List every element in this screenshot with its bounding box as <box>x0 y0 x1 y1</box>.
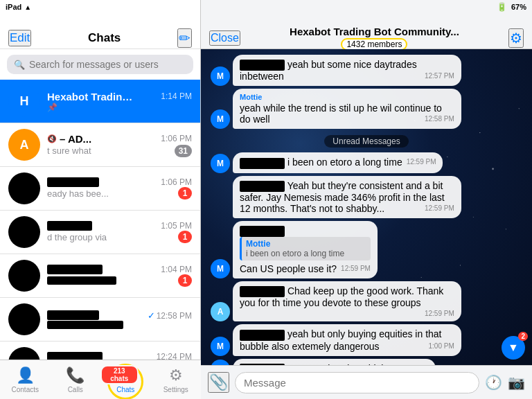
avatar <box>8 216 40 248</box>
edit-button[interactable]: Edit <box>8 30 31 46</box>
avatar: M <box>211 259 230 278</box>
redacted-block <box>240 286 285 297</box>
pin-icon: 📌 <box>47 103 57 112</box>
attach-button[interactable]: 📎 <box>208 372 229 393</box>
calls-icon: 📞 <box>66 366 85 384</box>
search-input[interactable] <box>29 59 186 70</box>
input-right-icons: 🕐 📷 <box>485 374 525 391</box>
chat-item[interactable]: 1:04 PM 1 <box>0 254 200 298</box>
avatar: M <box>211 66 230 86</box>
tab-label: Contacts <box>12 386 39 393</box>
message-row: A Chad keep up the good work. Thank you … <box>208 281 525 321</box>
compose-button[interactable]: ✏ <box>177 28 192 48</box>
avatar-spacer <box>211 199 230 218</box>
badge: 31 <box>175 145 192 157</box>
chat-info: 1:06 PM eady has bee... 1 <box>47 177 192 200</box>
mute-icon: 🔇 <box>47 134 57 143</box>
message-time: 12:59 PM <box>425 310 454 317</box>
message-time: 12:58 PM <box>425 115 454 123</box>
message-input[interactable] <box>235 372 479 393</box>
chat-header-center: Hexabot Trading Bot Community... 1432 me… <box>240 26 508 51</box>
badge: 1 <box>178 274 192 287</box>
chat-item[interactable]: H Hexabot Trading Bot Com... 1:14 PM 📌 <box>0 80 200 123</box>
redacted-block <box>240 330 285 341</box>
tab-contacts[interactable]: 👤 Contacts <box>0 366 51 393</box>
messages-area[interactable]: M yeah but some nice daytrades inbetween… <box>201 49 532 365</box>
message-row: M yeah but only buying equities in that … <box>208 324 525 355</box>
carrier-label: iPad <box>6 3 21 11</box>
avatar <box>8 172 40 204</box>
redacted-block <box>240 158 285 169</box>
chat-info: 🔇 – AD... 1:06 PM t sure what 31 <box>47 133 192 157</box>
chat-time: 1:06 PM <box>161 177 192 187</box>
battery-label: 67% <box>511 3 526 11</box>
close-button[interactable]: Close <box>209 30 240 46</box>
chat-item[interactable]: ✓12:58 PM <box>0 298 200 342</box>
chat-name-redacted <box>47 177 99 187</box>
chat-info: 1:05 PM d the group via 1 <box>47 221 192 243</box>
redacted-block <box>240 60 285 71</box>
left-panel: iPad ▲ Edit Chats ✏ 🔍 H Hexabot Trading … <box>0 0 201 399</box>
avatar: A <box>8 129 40 161</box>
chevron-down-icon: ▼ <box>508 342 519 354</box>
message-row: M not sure, but dont think so 1:00 PM <box>208 359 525 365</box>
chat-item[interactable]: 1:05 PM d the group via 1 <box>0 211 200 254</box>
chat-info: Hexabot Trading Bot Com... 1:14 PM 📌 <box>47 91 192 112</box>
message-bubble: Mottie i been on etoro a long time Can U… <box>233 221 378 278</box>
clock-icon[interactable]: 🕐 <box>485 374 502 391</box>
message-row: M i been on etoro a long time 12:59 PM <box>208 152 525 172</box>
tab-badge: 213 chats <box>100 365 139 384</box>
camera-icon[interactable]: 📷 <box>508 374 525 391</box>
message-input-bar: 📎 🕐 📷 <box>201 365 532 399</box>
avatar: M <box>211 154 230 173</box>
message-reply: Mottie i been on etoro a long time <box>240 237 371 260</box>
chat-settings-button[interactable]: ⚙ <box>508 28 524 48</box>
message-bubble: i been on etoro a long time 12:59 PM <box>233 152 443 172</box>
chat-preview: d the group via <box>47 232 107 242</box>
chat-item[interactable]: 1:06 PM eady has bee... 1 <box>0 167 200 211</box>
message-bubble: not sure, but dont think so 1:00 PM <box>233 359 436 365</box>
message-bubble: Yeah but they're consistent and a bit sa… <box>233 176 461 218</box>
message-row: M Mottie yeah while the trend is stil up… <box>208 89 525 129</box>
avatar: M <box>211 109 230 129</box>
search-bar[interactable]: 🔍 <box>7 55 193 74</box>
left-header: Edit Chats ✏ <box>0 14 200 49</box>
tab-chats[interactable]: 💬 Chats 213 chats <box>100 366 151 393</box>
avatar: M <box>211 337 230 356</box>
chat-name-redacted <box>47 310 99 320</box>
badge: 1 <box>178 187 192 200</box>
message-row: M Mottie i been on etoro a long time Can… <box>208 221 525 278</box>
chat-time: ✓12:58 PM <box>148 310 192 321</box>
tab-bar: 👤 Contacts 📞 Calls 💬 Chats 213 chats ⚙ S… <box>0 360 201 399</box>
chat-list: H Hexabot Trading Bot Com... 1:14 PM 📌 A… <box>0 80 200 384</box>
avatar <box>8 303 40 335</box>
chat-preview: t sure what <box>47 145 91 156</box>
message-time: 12:59 PM <box>341 265 371 272</box>
unread-divider: Unread Messages <box>208 134 525 147</box>
search-icon: 🔍 <box>14 60 25 70</box>
tab-settings[interactable]: ⚙ Settings <box>151 366 202 393</box>
chat-header-name: Hexabot Trading Bot Community... <box>240 26 508 37</box>
chat-info: 1:04 PM 1 <box>47 265 192 287</box>
scroll-to-bottom-button[interactable]: ▼ 2 <box>502 336 525 360</box>
tab-calls[interactable]: 📞 Calls <box>51 366 101 393</box>
chat-name-redacted <box>47 265 103 274</box>
avatar: M <box>211 360 230 365</box>
tab-label: Calls <box>68 386 83 393</box>
redacted-block <box>240 226 285 237</box>
message-bubble: yeah but some nice daytrades inbetween 1… <box>233 55 461 86</box>
avatar: A <box>211 302 230 321</box>
chat-name: Hexabot Trading Bot Com... <box>47 91 137 103</box>
chat-preview: eady has bee... <box>47 188 109 199</box>
message-time: 12:59 PM <box>425 204 454 212</box>
settings-icon: ⚙ <box>169 366 183 384</box>
right-panel: 🔋 67% Close Hexabot Trading Bot Communit… <box>201 0 532 399</box>
message-bubble: Chad keep up the good work. Thank you fo… <box>233 281 461 321</box>
message-time: 12:57 PM <box>425 72 454 80</box>
avatar: H <box>8 85 40 117</box>
message-time: 1:00 PM <box>429 342 454 350</box>
chat-name: – AD... <box>60 133 91 145</box>
redacted-block <box>240 364 285 365</box>
chat-item[interactable]: A 🔇 – AD... 1:06 PM t sure what 31 <box>0 123 200 167</box>
chat-preview-redacted <box>47 276 116 285</box>
